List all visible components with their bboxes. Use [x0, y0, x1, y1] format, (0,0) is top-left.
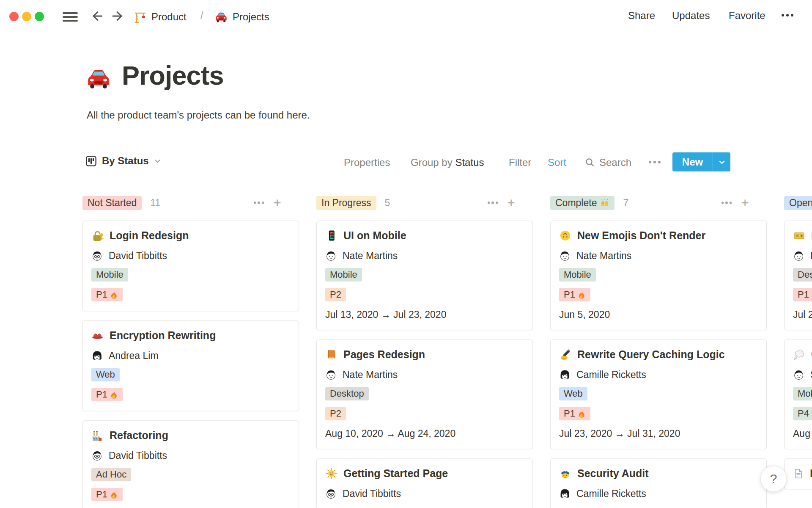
column-status-badge[interactable]: Complete [550, 196, 614, 210]
card-clipped-1[interactable]: P N Desktop P1 Jul 2 [784, 221, 812, 330]
card-login-redesign[interactable]: Login Redesign David Tibbitts Mobile P1 [82, 221, 299, 311]
column-add-card-icon[interactable]: + [507, 197, 515, 209]
card-person: Camille Ricketts [576, 369, 646, 381]
sidebar-toggle-menu-icon[interactable] [63, 12, 78, 22]
breadcrumb-projects[interactable]: Projects [214, 9, 269, 25]
upside-down-face-icon [559, 229, 571, 242]
card-title: Pages Redesign [343, 348, 425, 361]
help-button[interactable]: ? [760, 466, 787, 492]
card-date: Jun 5, 2020 [559, 309, 758, 320]
card-date-range: Jul 13, 2020 → Jul 23, 2020 [325, 309, 524, 320]
card-clipped-3[interactable]: N [784, 458, 812, 489]
breadcrumb-product-label: Product [151, 11, 187, 23]
card-encryption-rewriting[interactable]: Encryption Rewriting Andrea Lim Web P1 [82, 320, 299, 411]
card-date-range: Jul 2 [793, 309, 812, 320]
thought-balloon-icon [793, 348, 805, 361]
sort-button[interactable]: Sort [548, 157, 566, 168]
card-person: David Tibbitts [109, 250, 167, 262]
search-label: Search [599, 157, 631, 168]
fire-icon [578, 410, 586, 418]
tickets-icon [793, 229, 805, 242]
priority-tag: P2 [325, 288, 346, 301]
card-person: S [810, 369, 812, 381]
card-ui-on-mobile[interactable]: UI on Mobile Nate Martins Mobile P2 Jul … [316, 221, 533, 330]
column-count: 7 [623, 197, 628, 209]
fire-icon [578, 291, 586, 299]
traffic-zoom-button[interactable] [35, 12, 44, 21]
window-titlebar: Product / Projects Share Updates Favorit… [0, 0, 812, 33]
sun-with-face-icon [325, 467, 337, 480]
card-getting-started-page[interactable]: Getting Started Page David Tibbitts [316, 458, 533, 508]
card-title: Rewrite Query Caching Logic [577, 348, 725, 361]
card-title: Refactoring [110, 429, 168, 442]
card-person: Andrea Lim [109, 350, 159, 362]
column-options-icon[interactable] [254, 202, 264, 204]
breadcrumb-product[interactable]: Product [134, 9, 187, 25]
column-status-badge[interactable]: Open [784, 196, 812, 210]
new-button-dropdown[interactable] [713, 158, 730, 166]
group-by-value: Status [455, 157, 484, 168]
card-refactoring[interactable]: Refactoring David Tibbitts Ad Hoc P1 [82, 420, 299, 508]
fire-icon [110, 391, 118, 399]
helmet-icon [91, 329, 104, 342]
writing-hand-icon [559, 348, 571, 361]
platform-tag: Mobile [325, 268, 362, 282]
avatar [793, 250, 804, 262]
police-officer-icon [559, 467, 571, 480]
column-label: In Progress [321, 197, 371, 209]
traffic-close-button[interactable] [9, 12, 19, 21]
avatar [91, 450, 103, 461]
share-button[interactable]: Share [628, 10, 655, 22]
avatar [559, 488, 571, 500]
traffic-minimize-button[interactable] [22, 12, 31, 21]
priority-tag: P1 [793, 288, 812, 301]
properties-button[interactable]: Properties [344, 157, 390, 168]
view-more-options-icon[interactable] [649, 161, 661, 163]
priority-tag: P1 [91, 388, 123, 401]
column-not-started: Not Started 11 + Login Redesign David Ti… [82, 194, 299, 508]
avatar [325, 369, 337, 381]
column-label: Not Started [88, 197, 137, 209]
column-count: 11 [150, 197, 160, 209]
new-button[interactable]: New [672, 152, 730, 171]
card-rewrite-query-caching-logic[interactable]: Rewrite Query Caching Logic Camille Rick… [550, 340, 767, 449]
column-status-badge[interactable]: In Progress [316, 196, 376, 210]
priority-tag: P1 [91, 488, 123, 501]
column-complete: Complete 7 + New Emojis Don't Render Nat… [550, 194, 767, 508]
column-add-card-icon[interactable]: + [741, 197, 749, 209]
view-selector[interactable]: By Status [85, 155, 161, 167]
avatar [559, 369, 571, 381]
column-status-badge[interactable]: Not Started [82, 196, 142, 210]
factory-icon [91, 429, 104, 442]
forward-arrow-icon[interactable] [111, 8, 126, 24]
column-open: Open P N Desktop P1 Jul 2 C S Mobile P4 … [784, 194, 812, 499]
column-options-icon[interactable] [721, 202, 732, 204]
platform-tag: Web [559, 387, 587, 400]
page-title[interactable]: Projects [122, 60, 224, 91]
page-car-icon[interactable] [85, 64, 112, 92]
card-clipped-2[interactable]: C S Mobile P4 Aug 3 [784, 340, 812, 449]
search-button[interactable]: Search [585, 157, 631, 168]
group-by-button[interactable]: Group by Status [411, 157, 484, 168]
orange-book-icon [325, 348, 337, 361]
filter-button[interactable]: Filter [509, 157, 531, 168]
column-options-icon[interactable] [488, 202, 498, 204]
search-icon [585, 157, 595, 168]
avatar [325, 250, 337, 262]
favorite-button[interactable]: Favorite [729, 10, 765, 22]
updates-button[interactable]: Updates [672, 10, 710, 22]
card-person: Camille Ricketts [576, 488, 646, 500]
card-security-audit[interactable]: Security Audit Camille Ricketts [550, 458, 767, 508]
priority-tag: P1 [559, 288, 590, 301]
card-pages-redesign[interactable]: Pages Redesign Nate Martins Desktop P2 A… [316, 340, 533, 449]
view-toolbar: By Status Properties Group by Status Fil… [0, 152, 812, 181]
card-person: N [810, 250, 812, 262]
column-add-card-icon[interactable]: + [273, 197, 281, 209]
column-label: Complete [555, 197, 597, 209]
platform-tag: Desktop [325, 387, 369, 400]
more-options-icon[interactable] [782, 14, 793, 17]
raising-hands-icon [600, 198, 609, 207]
back-arrow-icon[interactable] [89, 8, 104, 24]
page-description[interactable]: All the product team's projects can be f… [87, 109, 310, 121]
card-new-emojis-dont-render[interactable]: New Emojis Don't Render Nate Martins Mob… [550, 221, 767, 330]
